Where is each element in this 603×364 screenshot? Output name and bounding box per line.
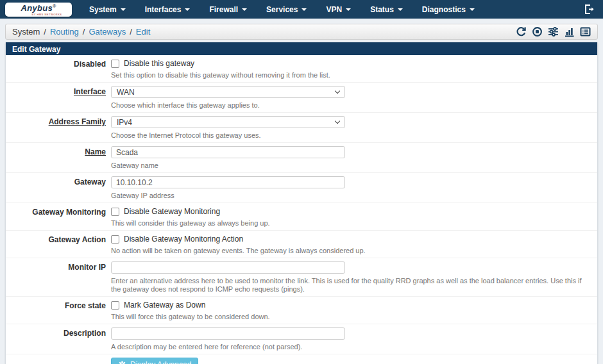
nav-vpn[interactable]: VPN: [316, 0, 361, 19]
form-row-monitor-ip: Monitor IP Enter an alternative address …: [6, 258, 597, 297]
advanced-row: Display Advanced: [6, 354, 597, 364]
help-text: Choose the Internet Protocol this gatewa…: [111, 131, 588, 140]
record-icon[interactable]: [532, 26, 543, 37]
logo-tagline: BY HMS NETWORKS: [32, 13, 62, 16]
form-row-gateway-action: Gateway Action Disable Gateway Monitorin…: [6, 231, 597, 258]
top-navbar: Anybus® BY HMS NETWORKS System Interface…: [0, 0, 603, 19]
field-label-force-state: Force state: [6, 299, 111, 321]
interface-select-value: WAN: [117, 88, 135, 97]
help-text: No action will be taken on gateway event…: [111, 247, 588, 255]
disable-gateway-checkbox-label: Disable this gateway: [124, 59, 194, 68]
nav-firewall-label: Firewall: [209, 5, 238, 14]
disable-gateway-monitoring-action-checkbox-label: Disable Gateway Monitoring Action: [124, 235, 243, 244]
help-text: This will consider this gateway as alway…: [111, 219, 588, 228]
gateway-input[interactable]: [111, 176, 345, 188]
form-row-address-family: Address Family IPv4 Choose the Internet …: [6, 113, 597, 143]
breadcrumb-separator: /: [130, 27, 132, 37]
page-action-icons: [516, 26, 591, 37]
display-advanced-button[interactable]: Display Advanced: [111, 358, 198, 364]
breadcrumb-routing[interactable]: Routing: [50, 27, 79, 37]
chevron-down-icon: [346, 8, 351, 11]
logout-icon[interactable]: [583, 3, 595, 15]
breadcrumb-system: System: [12, 27, 40, 37]
help-text: Set this option to disable this gateway …: [111, 71, 588, 79]
form-row-disabled: Disabled Disable this gateway Set this o…: [6, 55, 597, 83]
chevron-down-icon: [302, 8, 307, 11]
field-label-disabled: Disabled: [6, 57, 111, 79]
form-row-interface: Interface WAN Choose which interface thi…: [6, 83, 597, 113]
nav-services[interactable]: Services: [257, 0, 316, 19]
nav-status-label: Status: [370, 5, 394, 14]
disable-gateway-monitoring-action-checkbox[interactable]: [111, 235, 119, 244]
nav-system-label: System: [89, 5, 117, 14]
form-row-name: Name Gateway name: [6, 143, 597, 173]
nav-vpn-label: VPN: [326, 5, 342, 14]
chevron-down-icon: [398, 8, 403, 11]
form-row-gateway: Gateway Gateway IP address: [6, 173, 597, 203]
address-family-select[interactable]: IPv4: [111, 116, 345, 128]
field-label-interface: Interface: [6, 85, 111, 110]
form-row-description: Description A description may be entered…: [6, 324, 597, 354]
mark-gateway-down-checkbox[interactable]: [111, 301, 119, 310]
form-row-gateway-monitoring: Gateway Monitoring Disable Gateway Monit…: [6, 203, 597, 231]
display-advanced-label: Display Advanced: [130, 360, 191, 364]
chevron-down-icon: [335, 119, 340, 124]
field-label-address-family: Address Family: [6, 115, 111, 140]
nav-interfaces-label: Interfaces: [145, 5, 182, 14]
chevron-down-icon: [242, 8, 247, 11]
nav-services-label: Services: [266, 5, 298, 14]
mark-gateway-down-checkbox-label: Mark Gateway as Down: [124, 301, 205, 310]
field-label-gateway-action: Gateway Action: [6, 233, 111, 255]
form-row-force-state: Force state Mark Gateway as Down This wi…: [6, 297, 597, 324]
disable-gateway-checkbox[interactable]: [111, 60, 119, 68]
field-label-name: Name: [6, 145, 111, 170]
refresh-icon[interactable]: [516, 26, 527, 37]
logo-brand-text: Anybus®: [21, 3, 56, 12]
breadcrumb: System / Routing / Gateways / Edit: [12, 27, 150, 37]
help-text: Enter an alternative address here to be …: [111, 277, 588, 294]
help-text: A description may be entered here for re…: [111, 343, 588, 351]
nav-diagnostics[interactable]: Diagnostics: [412, 0, 484, 19]
disable-gateway-monitoring-checkbox[interactable]: [111, 208, 119, 216]
chevron-down-icon: [335, 88, 340, 94]
nav-system[interactable]: System: [80, 0, 135, 19]
nav-firewall[interactable]: Firewall: [200, 0, 257, 19]
sliders-icon[interactable]: [548, 26, 559, 37]
field-label-gateway-monitoring: Gateway Monitoring: [6, 205, 111, 228]
breadcrumb-gateways[interactable]: Gateways: [89, 27, 126, 37]
nav-interfaces[interactable]: Interfaces: [135, 0, 200, 19]
panel-title: Edit Gateway: [6, 42, 597, 55]
anybus-logo[interactable]: Anybus® BY HMS NETWORKS: [5, 3, 72, 17]
chevron-down-icon: [470, 8, 475, 11]
address-family-select-value: IPv4: [117, 118, 132, 127]
chevron-down-icon: [185, 8, 190, 11]
description-input[interactable]: [111, 327, 345, 340]
breadcrumb-separator: /: [83, 27, 85, 37]
nav-status[interactable]: Status: [361, 0, 412, 19]
breadcrumb-separator: /: [44, 27, 46, 37]
help-text: Gateway IP address: [111, 192, 588, 200]
field-label-gateway: Gateway: [6, 175, 111, 200]
field-label-description: Description: [6, 326, 111, 351]
help-text: This will force this gateway to be consi…: [111, 313, 588, 321]
breadcrumb-bar: System / Routing / Gateways / Edit: [5, 24, 598, 40]
field-label-monitor-ip: Monitor IP: [6, 260, 111, 294]
interface-select[interactable]: WAN: [111, 86, 345, 98]
help-text: Choose which interface this gateway appl…: [111, 101, 588, 110]
monitor-ip-input[interactable]: [111, 261, 345, 274]
chevron-down-icon: [121, 8, 126, 11]
name-input[interactable]: [111, 146, 345, 158]
edit-gateway-panel: Edit Gateway Disabled Disable this gatew…: [5, 42, 598, 364]
help-text: Gateway name: [111, 161, 588, 170]
nav-diagnostics-label: Diagnostics: [422, 5, 466, 14]
chart-icon[interactable]: [564, 26, 575, 37]
disable-gateway-monitoring-checkbox-label: Disable Gateway Monitoring: [124, 207, 220, 216]
gear-icon: [118, 361, 126, 364]
log-icon[interactable]: [580, 26, 591, 37]
breadcrumb-edit[interactable]: Edit: [136, 27, 150, 37]
